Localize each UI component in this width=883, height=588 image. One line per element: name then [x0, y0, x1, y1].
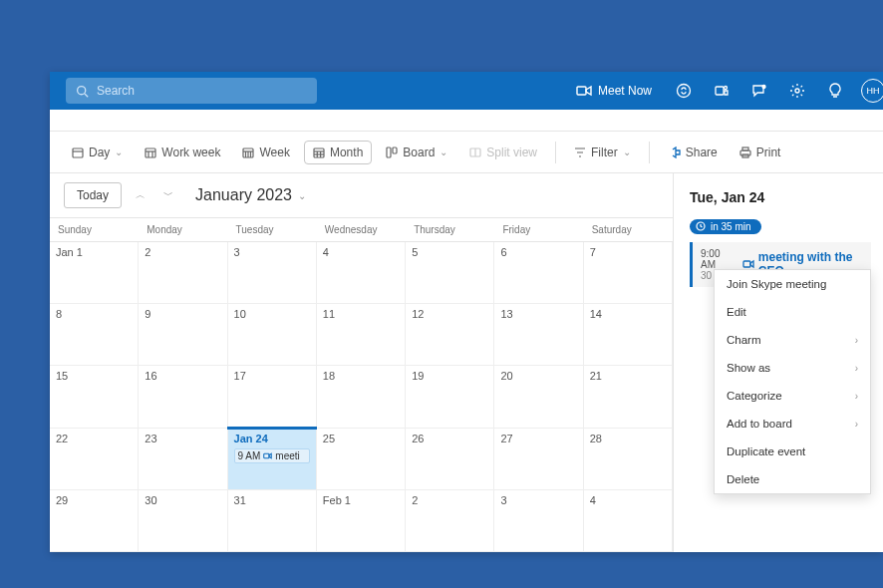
day-cell[interactable]: 4	[584, 490, 673, 552]
context-menu-item[interactable]: Charm›	[715, 326, 870, 354]
day-number: 7	[590, 246, 666, 258]
view-day[interactable]: Day ⌄	[64, 142, 131, 163]
day-cell[interactable]: 26	[406, 429, 494, 490]
day-cell[interactable]: Jan 249 AM meeti	[228, 429, 317, 490]
day-cell[interactable]: 27	[494, 429, 583, 490]
today-button[interactable]: Today	[64, 182, 122, 208]
day-number: 12	[412, 308, 487, 320]
svg-rect-8	[73, 148, 83, 157]
print-button[interactable]: Print	[732, 142, 789, 163]
day-number: 16	[145, 370, 220, 382]
weekday-header: SundayMondayTuesdayWednesdayThursdayFrid…	[50, 217, 673, 242]
skype-icon[interactable]	[672, 79, 696, 103]
prev-month-button[interactable]: ︿	[132, 184, 149, 206]
filter-button[interactable]: Filter ⌄	[566, 142, 639, 163]
day-cell[interactable]: 25	[317, 429, 406, 490]
mini-event[interactable]: 9 AM meeti	[234, 448, 310, 463]
day-cell[interactable]: 23	[139, 429, 227, 490]
context-menu-item[interactable]: Duplicate event	[715, 438, 870, 465]
next-month-button[interactable]: ﹀	[159, 184, 177, 206]
tips-icon[interactable]	[823, 79, 847, 103]
day-number: 27	[500, 433, 576, 444]
chevron-right-icon: ›	[855, 363, 858, 374]
chevron-right-icon: ›	[855, 391, 858, 402]
app-window: Meet Now HH Day ⌄ Work week	[50, 72, 883, 552]
feedback-icon[interactable]	[747, 79, 771, 103]
day-cell[interactable]: 2	[406, 490, 494, 552]
separator	[649, 142, 650, 163]
view-work-week[interactable]: Work week	[137, 142, 228, 163]
share-icon	[668, 147, 681, 158]
ribbon-spacer	[50, 110, 883, 132]
svg-rect-4	[716, 87, 724, 95]
split-view[interactable]: Split view	[461, 142, 545, 163]
day-cell[interactable]: 5	[406, 242, 494, 304]
day-cell[interactable]: 30	[139, 490, 227, 552]
day-cell[interactable]: 9	[139, 304, 227, 366]
day-number: 5	[412, 246, 487, 258]
svg-point-0	[78, 86, 86, 94]
context-menu-item[interactable]: Edit	[715, 298, 870, 326]
svg-point-7	[795, 89, 799, 93]
day-cell[interactable]: 17	[228, 366, 317, 428]
share-button[interactable]: Share	[660, 142, 726, 163]
view-board[interactable]: Board ⌄	[378, 142, 455, 163]
context-menu-item[interactable]: Add to board›	[715, 410, 870, 438]
weekday-label: Friday	[494, 218, 583, 241]
context-menu-item[interactable]: Delete	[715, 465, 870, 493]
day-cell[interactable]: Feb 1	[317, 490, 406, 552]
context-menu-item[interactable]: Categorize›	[715, 382, 870, 410]
chevron-right-icon: ›	[855, 335, 858, 346]
context-menu-item[interactable]: Show as›	[715, 354, 870, 382]
day-cell[interactable]: 22	[50, 429, 139, 490]
chevron-right-icon: ›	[855, 419, 858, 430]
detail-panel: Tue, Jan 24 in 35 min 9:00 AM 30 m meeti…	[674, 173, 883, 552]
day-cell[interactable]: 11	[317, 304, 406, 366]
day-cell[interactable]: 3	[228, 242, 317, 304]
search-input[interactable]	[97, 84, 307, 98]
print-label: Print	[756, 146, 781, 159]
day-cell[interactable]: 18	[317, 366, 406, 428]
month-picker[interactable]: January 2023 ⌄	[195, 186, 306, 204]
view-month-label: Month	[330, 146, 363, 159]
calendar-pane: Today ︿ ﹀ January 2023 ⌄ SundayMondayTue…	[50, 173, 674, 552]
day-cell[interactable]: 21	[584, 366, 673, 428]
day-cell[interactable]: 14	[584, 304, 673, 366]
day-cell[interactable]: Jan 1	[50, 242, 139, 304]
day-cell[interactable]: 16	[139, 366, 227, 428]
day-cell[interactable]: 13	[494, 304, 583, 366]
day-number: Jan 1	[56, 246, 132, 258]
day-number: 3	[500, 494, 576, 506]
view-month[interactable]: Month	[304, 141, 372, 164]
day-cell[interactable]: 20	[494, 366, 583, 428]
context-menu-item-label: Join Skype meeting	[727, 278, 826, 290]
meet-now-button[interactable]: Meet Now	[570, 80, 658, 102]
day-number: 25	[323, 433, 399, 444]
day-cell[interactable]: 6	[494, 242, 583, 304]
day-cell[interactable]: 28	[584, 429, 673, 490]
day-cell[interactable]: 4	[317, 242, 406, 304]
weekday-label: Tuesday	[228, 218, 317, 241]
day-cell[interactable]: 10	[228, 304, 317, 366]
view-week[interactable]: Week	[234, 142, 297, 163]
svg-rect-19	[314, 148, 324, 157]
settings-icon[interactable]	[785, 79, 809, 103]
search-icon	[76, 85, 89, 98]
calendar-workweek-icon	[145, 147, 156, 158]
day-cell[interactable]: 29	[50, 490, 139, 552]
day-cell[interactable]: 19	[406, 366, 494, 428]
day-cell[interactable]: 8	[50, 304, 139, 366]
svg-point-5	[725, 87, 728, 90]
day-cell[interactable]: 3	[494, 490, 583, 552]
search-box[interactable]	[66, 78, 317, 104]
day-cell[interactable]: 31	[228, 490, 317, 552]
avatar[interactable]: HH	[861, 79, 883, 103]
context-menu-item[interactable]: Join Skype meeting	[715, 270, 870, 298]
day-cell[interactable]: 15	[50, 366, 139, 428]
teams-icon[interactable]	[710, 79, 734, 103]
view-work-week-label: Work week	[161, 146, 220, 159]
day-cell[interactable]: 2	[139, 242, 227, 304]
day-cell[interactable]: 12	[406, 304, 494, 366]
svg-rect-24	[387, 147, 391, 157]
day-cell[interactable]: 7	[584, 242, 673, 304]
